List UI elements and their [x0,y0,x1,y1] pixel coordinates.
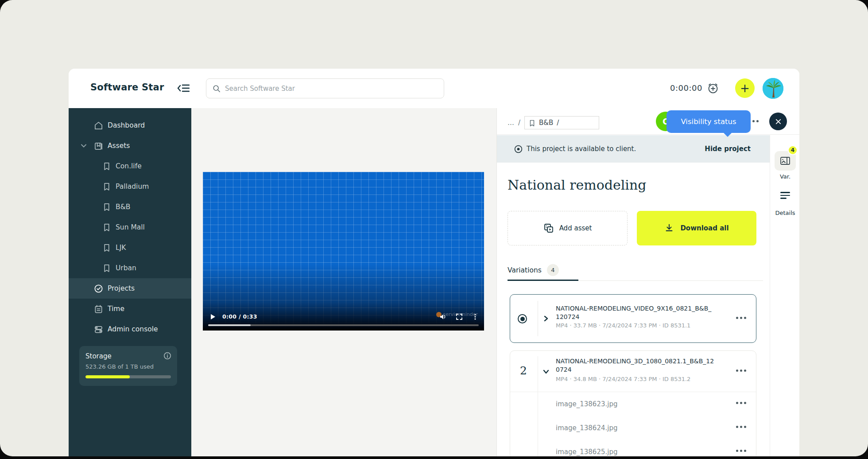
sidebar-item-sun-mall[interactable]: Sun Mall [69,217,191,237]
bookmark-icon [103,162,111,171]
bookmark-icon [103,264,111,272]
toggles-icon [94,325,103,334]
visibility-status-tooltip: Visibility status [666,110,751,133]
asset-row[interactable]: image_138625.jpg [510,440,756,456]
variation-meta: MP4 · 33.7 MB · 7/24/2024 7:33 PM · ID 8… [556,322,690,329]
video-player[interactable]: serviceminder 0:00 / 0:33 [203,172,484,331]
breadcrumb-ellipsis[interactable]: … [508,119,514,127]
rail-var-label: Var. [770,173,799,180]
sidebar-item-time[interactable]: Time [69,299,191,319]
asset-row[interactable]: image_138623.jpg [510,392,756,416]
bookmark-icon [103,244,111,252]
variation-meta: MP4 · 34.8 MB · 7/24/2024 7:33 PM · ID 8… [556,376,690,382]
asset-row[interactable]: image_138624.jpg [510,416,756,440]
sidebar-item-bb[interactable]: B&B [69,197,191,217]
breadcrumb-separator: / [518,119,520,127]
variation-name: NATIONAL-REMODELING_3D_1080_0821.1_B&B_1… [556,357,715,373]
storage-card: Storage 523.26 GB of 1 TB used [79,346,177,386]
add-button[interactable]: + [735,78,755,98]
user-avatar[interactable] [763,78,783,99]
asset-filename: image_138625.jpg [556,448,617,456]
close-button[interactable] [769,113,787,130]
search-input[interactable]: Search Software Star [206,78,444,98]
hide-project-link[interactable]: Hide project [705,145,751,153]
tab-bar: Variations 4 [508,264,763,281]
breadcrumb-crumb[interactable]: B&B [539,119,553,127]
sidebar-item-projects[interactable]: Projects [69,278,191,299]
more-options-icon[interactable] [736,450,746,452]
tab-underline [508,280,578,281]
sidebar: Dashboard Assets Con.life Palladium [69,108,191,456]
fullscreen-icon[interactable] [456,313,463,320]
tab-details-rail[interactable] [780,192,790,200]
project-title: National remodeling [508,177,646,193]
tab-variations[interactable]: Variations 4 [508,264,559,276]
variation-2-header[interactable]: 2 NATIONAL-REMODELING_3D_1080_0821.1_B&B… [510,351,756,392]
storage-progress-fill [85,375,130,378]
right-rail: 4 Var. Details [770,135,799,456]
download-all-button[interactable]: Download all [637,211,756,245]
add-media-icon [543,223,554,233]
top-header: Software Star Search Software Star 0:00:… [69,69,799,108]
rail-details-label: Details [770,210,799,216]
video-time: 0:00 / 0:33 [222,313,257,320]
info-icon[interactable] [163,352,171,360]
sidebar-item-assets[interactable]: Assets [69,136,191,156]
radio-selected[interactable] [518,314,527,323]
variation-name: NATIONAL-REMODELING_VIDEO_9X16_0821_B&B_… [556,304,715,321]
sidebar-item-dashboard[interactable]: Dashboard [69,115,191,136]
brand-logo: Software Star [90,82,164,93]
add-asset-button[interactable]: Add asset [508,211,628,245]
breadcrumb-separator: / [557,119,559,127]
availability-banner: This project is available to client. Hid… [497,135,770,163]
video-progress-fill [208,324,251,326]
variation-item-2[interactable]: 2 NATIONAL-REMODELING_3D_1080_0821.1_B&B… [510,350,756,456]
more-vertical-icon[interactable] [472,313,479,320]
search-icon [213,85,221,93]
variation-item-1[interactable]: NATIONAL-REMODELING_VIDEO_9X16_0821_B&B_… [510,294,756,343]
more-options-icon[interactable] [736,402,746,404]
chevron-down-icon[interactable] [81,144,86,148]
more-options-icon[interactable] [736,317,746,319]
project-panel: … / B&B / C Visibility status [496,108,799,456]
volume-icon[interactable] [440,313,447,320]
video-progressbar[interactable] [208,324,479,326]
play-button[interactable] [210,314,216,320]
storage-usage: 523.26 GB of 1 TB used [85,363,171,370]
sidebar-item-palladium[interactable]: Palladium [69,176,191,197]
video-gradient [203,172,484,331]
timer-display: 0:00:00 [670,83,702,93]
sidebar-item-urban[interactable]: Urban [69,258,191,278]
storage-title: Storage [85,352,171,360]
action-buttons: Add asset Download all [508,211,756,245]
eye-icon [514,144,523,154]
sidebar-item-admin-console[interactable]: Admin console [69,319,191,339]
calendar-icon [94,304,103,314]
bookmark-icon [103,183,111,191]
sidebar-item-ljk[interactable]: LJK [69,237,191,258]
project-name-input[interactable]: B&B / [524,116,599,129]
chevron-right-icon[interactable] [543,315,549,322]
bookmark-icon [103,203,111,211]
image-panel-icon [779,156,791,166]
sidebar-item-con-life[interactable]: Con.life [69,156,191,176]
search-placeholder: Search Software Star [225,85,295,93]
variations-count-badge: 4 [547,264,559,276]
chevron-down-icon[interactable] [543,369,549,375]
assets-icon [94,141,103,151]
divider [538,301,538,336]
variation-number: 2 [520,364,527,377]
panel-top-row: … / B&B / C Visibility status [497,108,799,135]
screenshot: Software Star Search Software Star 0:00:… [0,0,868,459]
asset-filename: image_138623.jpg [556,400,617,408]
availability-text: This project is available to client. [527,145,636,153]
storage-progressbar [85,375,171,378]
download-icon [664,223,675,233]
more-options-icon[interactable] [736,426,746,428]
timer-alarm-icon[interactable] [707,82,719,94]
asset-filename: image_138624.jpg [556,424,617,432]
home-icon [94,121,103,130]
more-options-icon[interactable] [736,370,746,372]
collapse-sidebar-icon[interactable] [177,83,190,93]
bookmark-icon [529,120,535,126]
